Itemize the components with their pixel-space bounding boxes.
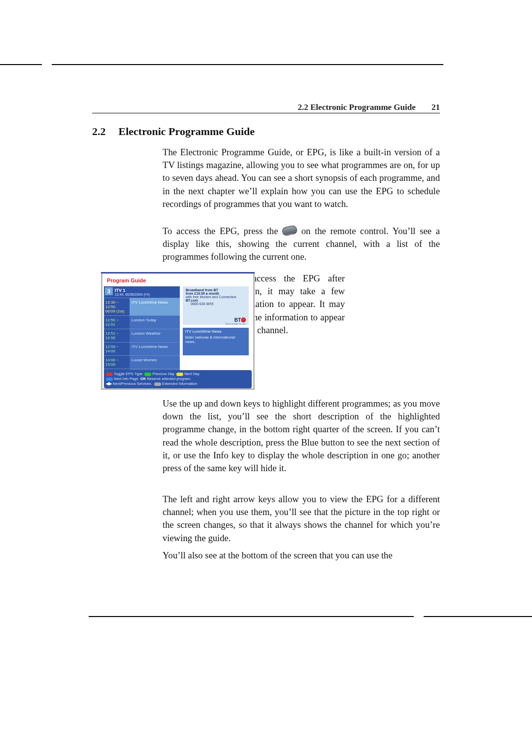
epg-ad-line: from £19.99 a month xyxy=(186,292,219,295)
page: 2.2 Electronic Programme Guide 21 2.2 El… xyxy=(0,0,532,756)
legend-text: Toggle EPG Type xyxy=(114,372,142,376)
epg-channel-name: ITV 1 xyxy=(115,288,126,293)
epg-title: Program Guide xyxy=(107,277,146,283)
epg-slot: 12:51 ~ 12:58 London Weather xyxy=(104,329,180,342)
epg-ad-line: 0800 028 0655 xyxy=(191,302,214,306)
epg-slot: 12:30 ~ 12:50 00:09 (1st) ITV Lunchtime … xyxy=(104,298,180,315)
body-text: To access the EPG, press the xyxy=(163,226,282,236)
epg-slot-dur: 00:09 (1st) xyxy=(105,309,124,313)
running-header-title: 2.2 Electronic Programme Guide xyxy=(298,103,416,112)
epg-slot: 12:50 ~ 12:51 London Today xyxy=(104,315,180,329)
running-header: 2.2 Electronic Programme Guide 21 xyxy=(298,103,440,112)
guide-remote-button-icon xyxy=(282,225,298,237)
body-paragraph: Use the up and down keys to highlight di… xyxy=(163,397,440,475)
page-number: 21 xyxy=(432,103,440,112)
yellow-key-icon xyxy=(176,373,183,376)
epg-channel-header: 3 ITV 1 12:44, 06/08/2004 (Fri) xyxy=(104,286,180,298)
epg-slot-time: 12:58 ~ 14:00 xyxy=(104,342,130,355)
bt-globe-icon xyxy=(241,317,246,322)
legend-text: Next Info Page xyxy=(114,377,138,381)
legend-text: Next Day xyxy=(184,372,200,376)
epg-desc-body: Main national & international news. xyxy=(185,335,246,344)
blue-key-icon xyxy=(106,378,113,381)
epg-ad-line: with free Modem and Connection xyxy=(186,295,236,299)
epg-slot-time-text: 12:30 ~ 12:50 xyxy=(105,300,119,309)
header-rule xyxy=(92,113,440,113)
body-paragraph: To access the EPG, press the on the remo… xyxy=(163,225,440,264)
epg-slot-prog: Loose Women xyxy=(130,355,180,369)
legend-text: Extended Information xyxy=(162,381,197,386)
crop-mark xyxy=(0,64,42,65)
epg-screenshot: Program Guide 3 ITV 1 12:44, 06/08/2004 … xyxy=(101,272,255,390)
red-key-icon xyxy=(106,373,113,376)
epg-listing: 3 ITV 1 12:44, 06/08/2004 (Fri) 12:30 ~ … xyxy=(104,286,180,382)
epg-slot-time: 12:30 ~ 12:50 00:09 (1st) xyxy=(104,298,130,315)
info-key-icon xyxy=(154,382,161,386)
crop-mark xyxy=(89,616,414,617)
legend-text: Next/Previous Services. xyxy=(113,381,152,386)
epg-channel-number: 3 xyxy=(105,287,113,295)
body-paragraph: The Electronic Programme Guide, or EPG, … xyxy=(163,146,440,210)
epg-description-panel: ITV Lunchtime News Main national & inter… xyxy=(183,328,249,355)
section-heading: 2.2 Electronic Programme Guide xyxy=(92,125,255,138)
epg-slot: 14:00 ~ 15:00 Loose Women xyxy=(104,355,180,369)
epg-ad-line: Broadband from BT xyxy=(186,288,218,292)
epg-ad-tagline: More power to you xyxy=(226,322,246,325)
legend-text: Reserve selected program. xyxy=(147,377,191,381)
epg-slot-time: 12:50 ~ 12:51 xyxy=(104,315,130,329)
epg-slot: 12:58 ~ 14:00 ITV Lunchtime News xyxy=(104,342,180,355)
epg-slot-prog: London Today xyxy=(130,315,180,329)
epg-channel-datetime: 12:44, 06/08/2004 (Fri) xyxy=(115,293,178,296)
crop-mark xyxy=(52,64,443,65)
epg-desc-title: ITV Lunchtime News xyxy=(185,329,246,334)
body-paragraph: The left and right arrow keys allow you … xyxy=(163,493,440,545)
legend-text: Previous Day xyxy=(152,372,174,376)
epg-slot-time: 12:51 ~ 12:58 xyxy=(104,329,130,342)
epg-ad-line: BT.com xyxy=(186,299,198,302)
section-number: 2.2 xyxy=(92,125,116,138)
epg-ad-panel: Broadband from BT from £19.99 a month wi… xyxy=(183,286,249,325)
epg-slot-prog: ITV Lunchtime News xyxy=(130,342,180,355)
green-key-icon xyxy=(144,373,151,376)
epg-legend: Toggle EPG Type Previous Day Next Day Ne… xyxy=(104,370,252,388)
body-paragraph: You’ll also see at the bottom of the scr… xyxy=(163,549,440,562)
epg-slot-time: 14:00 ~ 15:00 xyxy=(104,355,130,369)
crop-mark xyxy=(424,616,532,617)
section-title: Electronic Programme Guide xyxy=(119,125,255,137)
epg-slot-prog: London Weather xyxy=(130,329,180,342)
epg-slot-prog: ITV Lunchtime News xyxy=(130,298,180,315)
